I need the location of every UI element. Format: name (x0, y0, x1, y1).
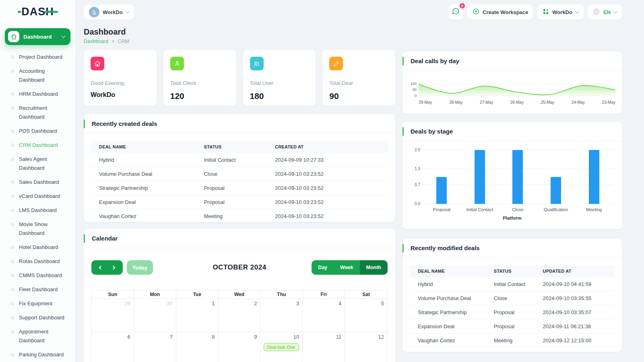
calendar-cell[interactable]: 4 (303, 299, 345, 332)
stat-label: Total Deal (329, 80, 388, 86)
breadcrumb-separator: > (111, 39, 114, 44)
sidebar-item-parking-dashboard[interactable]: Parking Dashboard (11, 350, 75, 359)
bullet-icon (10, 222, 14, 226)
apps-menu-button[interactable]: WorkDo (537, 4, 584, 20)
chevron-down-icon (613, 9, 617, 13)
messages-button[interactable]: 0 (448, 4, 463, 20)
sidebar-item-label: Movie Show Dashboard (19, 220, 70, 238)
breadcrumb: Dashboard > CRM (84, 39, 395, 44)
x-tick-label: 25-May (541, 100, 554, 105)
x-axis-label: Platform (402, 216, 622, 220)
sidebar-item-support-dashboard[interactable]: Support Dashboard (11, 313, 75, 322)
sidebar-item-cmms-dashboard[interactable]: CMMS Dashboard (11, 271, 75, 280)
calendar-cell[interactable]: 29 (92, 299, 134, 332)
table-cell: Close (494, 291, 543, 305)
calendar-cell[interactable]: 6 (92, 332, 134, 362)
create-workspace-button[interactable]: Create Workspace (467, 4, 533, 20)
deals-table: DEAL NAMESTATUSCREATED ATHybridInitial C… (91, 141, 388, 222)
sidebar-item-label: CMMS Dashboard (19, 271, 62, 280)
calendar-cell[interactable]: 3 (260, 299, 303, 332)
calendar-cell[interactable]: 12 (345, 332, 387, 362)
sidebar-item-vcard-dashboard[interactable]: vCard Dashboard (11, 192, 75, 201)
x-tick-label: Proposal (423, 207, 461, 212)
bars (423, 150, 613, 204)
card-title: Deals by stage (411, 128, 453, 135)
sidebar-item-project-dashboard[interactable]: Project Dashboard (11, 53, 75, 62)
bullet-icon (10, 330, 14, 334)
calendar-view-month[interactable]: Month (360, 260, 388, 275)
stat-card-total-client: Total Client120 (163, 50, 236, 106)
calendar-prev-button[interactable] (99, 266, 102, 269)
sidebar-item-hrm-dashboard[interactable]: HRM Dashboard (11, 90, 75, 99)
calendar-cell[interactable]: 7 (134, 332, 176, 362)
table-cell: 2024-09-12 12:15:00 (543, 333, 614, 348)
calendar-view-day[interactable]: Day (312, 260, 334, 275)
sidebar-item-movie-show-dashboard[interactable]: Movie Show Dashboard (11, 220, 75, 238)
sidebar-item-hotel-dashboard[interactable]: Hotel Dashboard (11, 243, 75, 252)
topbar: WorkDo 0 Create Workspace WorkDo (76, 0, 644, 20)
table-cell: 2024-09-10 03:23:52 (275, 195, 388, 209)
bullet-icon (10, 302, 14, 306)
sidebar-item-sales-dashboard[interactable]: Sales Dashboard (11, 178, 75, 187)
calendar-cell[interactable]: 5 (345, 299, 387, 332)
sidebar-item-accounting-dashboard[interactable]: Accounting Dashboard (11, 67, 75, 84)
bullet-icon (10, 180, 14, 184)
card-header: Recently modified deals (402, 239, 622, 258)
calendar-next-button[interactable] (112, 266, 115, 269)
sidebar-item-lms-dashboard[interactable]: LMS Dashboard (11, 206, 75, 215)
recently-modified-deals-card: Recently modified deals DEAL NAMESTATUSU… (402, 239, 622, 352)
calendar-view-week[interactable]: Week (334, 260, 359, 275)
calendar-cell[interactable]: 30 (134, 299, 176, 332)
sidebar-item-label: Appointment Dashboard (19, 327, 70, 345)
sidebar-item-label: Project Dashboard (19, 53, 62, 62)
table-cell: 2024-09-10 03:23:52 (275, 167, 388, 181)
calendar-event[interactable]: Deal task One (264, 343, 299, 351)
calendar-cell[interactable]: 8 (176, 332, 219, 362)
card-header: Recently created deals (84, 114, 395, 134)
workspace-switcher[interactable]: WorkDo (84, 4, 134, 20)
calendar-cell[interactable]: 9 (219, 332, 261, 362)
calendar-cell[interactable]: 11 (303, 332, 345, 362)
calendar-day-header: Wed (219, 290, 261, 299)
column-header: UPDATED AT (543, 265, 614, 277)
table-cell: 2024-09-11 06:21:38 (543, 319, 614, 333)
table-row: Volume Purchase DealClose2024-09-10 03:3… (410, 291, 614, 305)
calendar-day-header: Thu (260, 290, 303, 299)
plus-circle-icon (473, 8, 479, 16)
calendar-day-number: 29 (95, 300, 130, 306)
sidebar-item-recruitment-dashboard[interactable]: Recruitment Dashboard (11, 104, 75, 121)
x-tick-label: 24-May (572, 100, 585, 105)
sidebar-item-fleet-dashboard[interactable]: Fleet Dashboard (11, 285, 75, 294)
table-cell: 2024-09-10 03:35:55 (543, 291, 614, 305)
calendar-day-number: 2 (222, 300, 257, 306)
language-label: EN (603, 9, 611, 15)
sidebar-item-pos-dashboard[interactable]: POS Dashboard (11, 127, 75, 136)
breadcrumb-link-dashboard[interactable]: Dashboard (84, 39, 108, 44)
sidebar-item-rotas-dashboard[interactable]: Rotas Dashboard (11, 257, 75, 266)
table-cell: Proposal (494, 305, 543, 319)
calendar-cell[interactable]: 1 (176, 299, 219, 332)
sidebar-item-appointment-dashboard[interactable]: Appointment Dashboard (11, 327, 75, 345)
table-cell: Volume Purchase Deal (410, 291, 494, 305)
calendar-cell[interactable]: 10Deal task One (260, 332, 303, 362)
card-header: Deal calls by day (402, 51, 622, 71)
bar-close (512, 150, 523, 204)
sidebar-item-fix-equipment[interactable]: Fix Equipment (11, 299, 75, 308)
calendar-day-number: 1 (180, 300, 215, 306)
language-selector[interactable]: EN (588, 4, 622, 20)
calendar-cell[interactable]: 2 (219, 299, 261, 332)
sidebar-item-dashboard[interactable]: Dashboard (5, 28, 70, 45)
bar-initial-contact (475, 150, 485, 204)
app-logo[interactable]: DASH (0, 0, 75, 23)
card-title: Recently modified deals (411, 245, 480, 251)
pencil-icon (329, 57, 343, 70)
sidebar-item-sales-agent-dashboard[interactable]: Sales Agent Dashboard (11, 155, 75, 173)
bullet-icon (10, 157, 14, 161)
x-tick-label: Close (499, 207, 537, 212)
today-button[interactable]: Today (127, 260, 153, 275)
home-icon (91, 57, 104, 70)
table-row: Volume Purchase DealClose2024-09-10 03:2… (91, 167, 388, 181)
sidebar-item-label: LMS Dashboard (19, 206, 57, 215)
y-tick-label: 0.7 (408, 183, 420, 187)
sidebar-item-crm-dashboard[interactable]: CRM Dashboard (11, 141, 75, 150)
